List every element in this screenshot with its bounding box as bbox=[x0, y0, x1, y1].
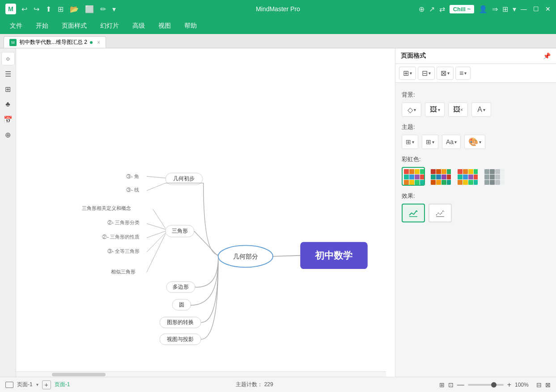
effect-row bbox=[402, 204, 550, 222]
root-child1-line bbox=[273, 256, 300, 256]
zoom-out-button[interactable]: — bbox=[457, 381, 464, 389]
undo-icon[interactable]: ↩ bbox=[20, 4, 29, 14]
page-dropdown-arrow[interactable]: ▾ bbox=[36, 382, 38, 387]
close-button[interactable]: ✕ bbox=[545, 5, 551, 13]
apps-icon[interactable]: ⊞ bbox=[502, 5, 508, 13]
topic-count-label: 主题计数： bbox=[236, 381, 263, 388]
share-icon[interactable]: ↗ bbox=[429, 5, 435, 13]
share2-icon[interactable]: ⇒ bbox=[492, 5, 498, 13]
zoom-expand-icon[interactable]: ⊠ bbox=[545, 381, 551, 388]
background-tools: ◇ ▾ 🖼 ▾ 🖼× A ▾ bbox=[402, 102, 550, 117]
panel-title: 页面格式 bbox=[401, 52, 426, 60]
status-left: 页面-1 ▾ + 页面-1 bbox=[5, 380, 70, 389]
theme-color-btn[interactable]: 🎨 ▾ bbox=[464, 135, 485, 149]
menu-advanced[interactable]: 高级 bbox=[126, 20, 151, 32]
more-icon[interactable]: ▾ bbox=[110, 4, 118, 14]
rainbow-label: 彩虹色: bbox=[402, 155, 550, 163]
swatch-1[interactable] bbox=[402, 167, 425, 186]
add-page-button[interactable]: + bbox=[42, 380, 51, 389]
zoom-slider[interactable] bbox=[468, 384, 504, 386]
network-icon[interactable]: ⊕ bbox=[419, 5, 424, 13]
tab-doc-icon: M bbox=[9, 39, 17, 46]
svg-text:③-  角: ③- 角 bbox=[126, 174, 139, 179]
panel-pin-icon[interactable]: 📌 bbox=[543, 52, 551, 60]
menu-page-style[interactable]: 页面样式 bbox=[55, 20, 93, 32]
bg-image2-btn[interactable]: 🖼× bbox=[448, 102, 468, 117]
theme-structure-btn[interactable]: ⊞ ▾ bbox=[422, 135, 438, 149]
current-page-name[interactable]: 页面-1 bbox=[55, 381, 70, 388]
open-icon[interactable]: 📂 bbox=[68, 4, 81, 14]
svg-text:三角形: 三角形 bbox=[172, 228, 188, 234]
menu-slideshow[interactable]: 幻灯片 bbox=[94, 20, 125, 32]
panel-layout-btn1[interactable]: ⊞ ▾ bbox=[399, 67, 416, 80]
panel-layout-btn4[interactable]: ≡ ▾ bbox=[455, 67, 471, 80]
document-tab[interactable]: M 初中数学代数...维导图汇总 2 × bbox=[4, 36, 106, 48]
menu-file[interactable]: 文件 bbox=[4, 20, 29, 32]
scrollbar-thumb[interactable] bbox=[52, 373, 106, 376]
sidebar-grid-icon[interactable]: ⊞ bbox=[1, 82, 15, 96]
effect-btn-1[interactable] bbox=[402, 204, 425, 222]
redo-icon[interactable]: ↪ bbox=[32, 4, 41, 14]
bg-text-btn[interactable]: A ▾ bbox=[471, 102, 491, 117]
fit-page-icon[interactable]: ⊞ bbox=[439, 381, 445, 388]
sidebar-list-icon[interactable]: ☰ bbox=[1, 67, 15, 81]
status-right: ⊞ ⊡ — + 100% ⊟ ⊠ bbox=[439, 381, 551, 389]
theme-font-btn[interactable]: Aa ▾ bbox=[442, 135, 461, 149]
menu-help[interactable]: 帮助 bbox=[178, 20, 203, 32]
tab-label: 初中数学代数...维导图汇总 2 bbox=[19, 38, 87, 46]
horizontal-scrollbar[interactable] bbox=[16, 371, 386, 377]
status-center: 主题计数： 229 bbox=[77, 381, 432, 388]
svg-text:②-  三角形的性质: ②- 三角形的性质 bbox=[102, 234, 140, 239]
minimize-button[interactable]: — bbox=[521, 5, 527, 13]
svg-text:圆: 圆 bbox=[179, 302, 184, 308]
zoom-slider-thumb[interactable] bbox=[491, 382, 497, 388]
svg-line-3 bbox=[147, 176, 166, 178]
menu-bar: 文件 开始 页面样式 幻灯片 高级 视图 帮助 bbox=[0, 18, 556, 34]
new-icon[interactable]: ⊞ bbox=[56, 4, 65, 14]
user-icon[interactable]: 👤 bbox=[479, 5, 488, 13]
topic-count-value: 229 bbox=[264, 381, 273, 388]
collab-icon[interactable]: ⇄ bbox=[439, 5, 445, 13]
theme-label: 主题: bbox=[402, 123, 550, 131]
full-screen-icon[interactable]: ⊡ bbox=[448, 381, 454, 388]
theme-layout-btn[interactable]: ⊞ ▾ bbox=[402, 135, 418, 149]
expand-icon[interactable]: ▾ bbox=[513, 5, 516, 13]
maximize-button[interactable]: ☐ bbox=[533, 5, 539, 13]
sidebar-calendar-icon[interactable]: 📅 bbox=[1, 113, 15, 126]
canvas-area[interactable]: 初中数学 几何部分 几何初步 ③- 角 ③- 线 三角形 三角形相关定义 bbox=[16, 48, 395, 377]
svg-line-8 bbox=[194, 231, 218, 256]
bg-color-btn[interactable]: ◇ ▾ bbox=[402, 102, 421, 117]
tab-close-button[interactable]: × bbox=[97, 39, 100, 46]
main-area: ⟐ ☰ ⊞ ♣ 📅 ⊕ 初中数学 几何部分 几何初步 ③- 角 ③- 线 bbox=[0, 48, 556, 377]
export-icon[interactable]: ⬜ bbox=[83, 4, 96, 14]
menu-start[interactable]: 开始 bbox=[30, 20, 55, 32]
svg-line-10 bbox=[153, 209, 166, 228]
theme-tools: ⊞ ▾ ⊞ ▾ Aa ▾ 🎨 ▾ bbox=[402, 135, 550, 149]
panel-layout-btn2[interactable]: ⊟ ▾ bbox=[418, 67, 435, 80]
app-logo: M bbox=[5, 4, 16, 14]
edit-icon[interactable]: ✏ bbox=[98, 4, 108, 14]
panel-toolbar: ⊞ ▾ ⊟ ▾ ⊠ ▾ ≡ ▾ bbox=[395, 64, 556, 83]
svg-text:几何初步: 几何初步 bbox=[174, 175, 195, 182]
swatch-2[interactable] bbox=[429, 167, 452, 186]
panel-content: 背景: ◇ ▾ 🖼 ▾ 🖼× A ▾ 主题: ⊞ ▾ ⊞ ▾ Aa ▾ 🎨 ▾ bbox=[395, 83, 556, 377]
zoom-fit-icon[interactable]: ⊟ bbox=[536, 381, 542, 388]
svg-text:相似三角形: 相似三角形 bbox=[111, 269, 136, 274]
sidebar-relation-icon[interactable]: ♣ bbox=[1, 98, 15, 111]
effect-section: 效果: bbox=[402, 192, 550, 222]
save-icon[interactable]: ⬆ bbox=[44, 4, 53, 14]
sidebar-style-icon[interactable]: ⟐ bbox=[1, 52, 15, 65]
page-icon[interactable] bbox=[5, 382, 13, 388]
swatch-4[interactable] bbox=[482, 167, 505, 186]
effect-btn-2[interactable] bbox=[429, 204, 452, 222]
sidebar-add-icon[interactable]: ⊕ bbox=[1, 128, 15, 141]
chill-button[interactable]: Chill ~ bbox=[450, 5, 474, 13]
panel-layout-btn3[interactable]: ⊠ ▾ bbox=[437, 67, 454, 80]
bg-image-btn[interactable]: 🖼 ▾ bbox=[425, 102, 445, 117]
svg-text:③-  线: ③- 线 bbox=[126, 187, 139, 192]
status-page-label: 页面-1 bbox=[17, 381, 33, 388]
menu-view[interactable]: 视图 bbox=[152, 20, 177, 32]
svg-text:多边形: 多边形 bbox=[173, 284, 189, 290]
zoom-in-button[interactable]: + bbox=[507, 381, 511, 389]
swatch-3[interactable] bbox=[455, 167, 479, 186]
